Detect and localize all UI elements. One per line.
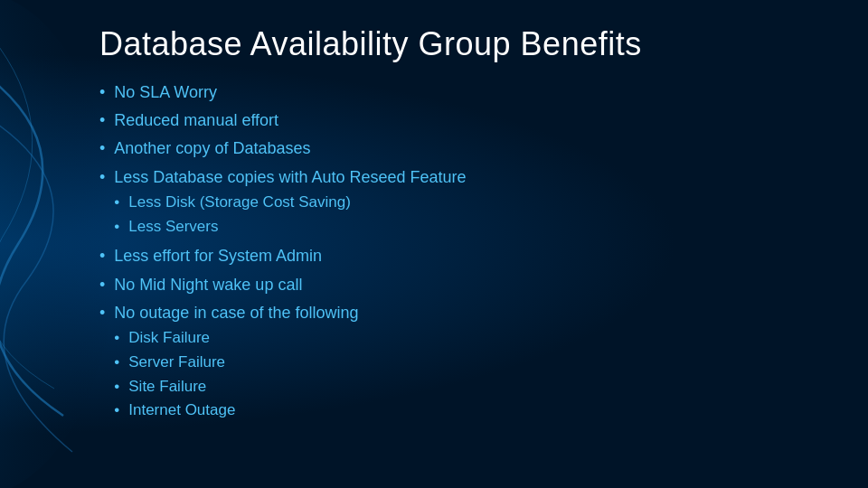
bullet-item-7: •No outage in case of the following•Disk… (99, 302, 814, 424)
bullet-item-2: •Reduced manual effort (99, 109, 814, 132)
sub-bullet-item-2: •Server Failure (114, 352, 358, 373)
bullet-item-6: •No Mid Night wake up call (99, 274, 814, 296)
sub-bullet-text: Site Failure (128, 376, 206, 398)
sub-bullet-item-3: •Site Failure (114, 376, 358, 398)
bullet-item-5: •Less effort for System Admin (99, 245, 814, 267)
sub-bullet-list: •Disk Failure•Server Failure•Site Failur… (114, 327, 358, 421)
page-title: Database Availability Group Benefits (99, 25, 814, 63)
bullet-item-1: •No SLA Worry (99, 81, 814, 104)
bullet-text-block: Less effort for System Admin (114, 245, 322, 267)
bullet-dot: • (99, 137, 105, 160)
bullet-text-block: Less Database copies with Auto Reseed Fe… (114, 166, 466, 240)
bullet-text: Less effort for System Admin (114, 247, 322, 265)
bullet-item-4: •Less Database copies with Auto Reseed F… (99, 166, 814, 240)
sub-bullet-dot: • (114, 352, 119, 373)
bullet-dot: • (99, 245, 105, 267)
sub-bullet-item-4: •Internet Outage (114, 399, 358, 421)
bullet-dot: • (99, 166, 105, 189)
sub-bullet-text: Less Disk (Storage Cost Saving) (128, 192, 351, 213)
bullet-text: No outage in case of the following (114, 304, 358, 322)
sub-bullet-dot: • (114, 216, 119, 238)
bullet-dot: • (99, 302, 105, 324)
sub-bullet-item-2: •Less Servers (114, 216, 466, 238)
sub-bullet-dot: • (114, 327, 119, 349)
sub-bullet-text: Internet Outage (128, 399, 235, 421)
bullet-dot: • (99, 81, 105, 104)
sub-bullet-text: Less Servers (128, 216, 218, 238)
sub-bullet-item-1: •Less Disk (Storage Cost Saving) (114, 192, 466, 213)
bullet-text: No SLA Worry (114, 83, 217, 101)
main-bullet-list: •No SLA Worry•Reduced manual effort•Anot… (99, 81, 814, 424)
bullet-dot: • (99, 109, 105, 132)
sub-bullet-dot: • (114, 192, 119, 213)
bullet-item-3: •Another copy of Databases (99, 137, 814, 160)
sub-bullet-text: Disk Failure (128, 327, 210, 349)
bullet-text-block: No SLA Worry (114, 81, 217, 104)
sub-bullet-text: Server Failure (128, 352, 225, 373)
bullet-text: Another copy of Databases (114, 139, 310, 157)
bullet-text-block: No outage in case of the following•Disk … (114, 302, 358, 424)
bullet-text: No Mid Night wake up call (114, 276, 302, 294)
bullet-text-block: Reduced manual effort (114, 109, 278, 132)
bullet-dot: • (99, 274, 105, 296)
sub-bullet-list: •Less Disk (Storage Cost Saving)•Less Se… (114, 192, 466, 238)
sub-bullet-dot: • (114, 399, 119, 421)
bullet-text: Reduced manual effort (114, 111, 278, 129)
bullet-text: Less Database copies with Auto Reseed Fe… (114, 168, 466, 186)
main-content: Database Availability Group Benefits •No… (0, 0, 868, 455)
bullet-text-block: No Mid Night wake up call (114, 274, 302, 296)
sub-bullet-dot: • (114, 376, 119, 398)
bullet-text-block: Another copy of Databases (114, 137, 310, 160)
sub-bullet-item-1: •Disk Failure (114, 327, 358, 349)
